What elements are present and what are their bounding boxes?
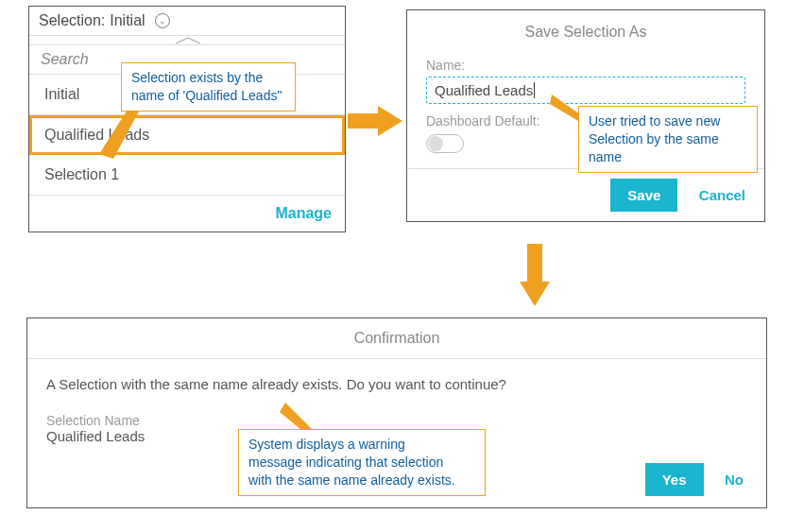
annotation-user-tried: User tried to save new Selection by the … [578,106,758,173]
callout-pointer-icon [94,102,142,168]
selection-header-value: Initial [110,12,145,29]
confirmation-message: A Selection with the same name already e… [27,359,766,409]
confirmation-field-label: Selection Name [27,409,766,428]
confirmation-title: Confirmation [27,318,766,359]
selection-panel: Selection: Initial ⌄ Search Initial Qual… [28,6,346,232]
flow-arrow-right-icon [348,102,404,140]
name-label: Name: [407,58,764,73]
manage-button[interactable]: Manage [29,196,345,232]
annotation-system-warning: System displays a warning message indica… [238,429,486,496]
dialog-title: Save Selection As [407,10,764,58]
annotation-selection-exists: Selection exists by the name of 'Qualifi… [121,62,296,112]
svg-marker-1 [348,106,402,136]
selection-header[interactable]: Selection: Initial ⌄ [29,7,345,36]
drag-handle [29,36,345,45]
dashboard-default-toggle[interactable] [426,134,464,153]
svg-marker-3 [520,244,550,306]
list-item[interactable]: Selection 1 [29,155,345,196]
text-cursor-icon [534,82,535,98]
cancel-button[interactable]: Cancel [695,179,749,212]
yes-button[interactable]: Yes [645,463,704,496]
save-button[interactable]: Save [610,179,677,212]
selection-header-label: Selection: [39,12,105,29]
chevron-down-icon[interactable]: ⌄ [155,13,170,28]
list-item[interactable]: Qualified Leads [29,115,345,155]
dialog-button-row: Save Cancel [407,168,764,221]
no-button[interactable]: No [721,463,747,496]
flow-arrow-down-icon [516,244,554,310]
